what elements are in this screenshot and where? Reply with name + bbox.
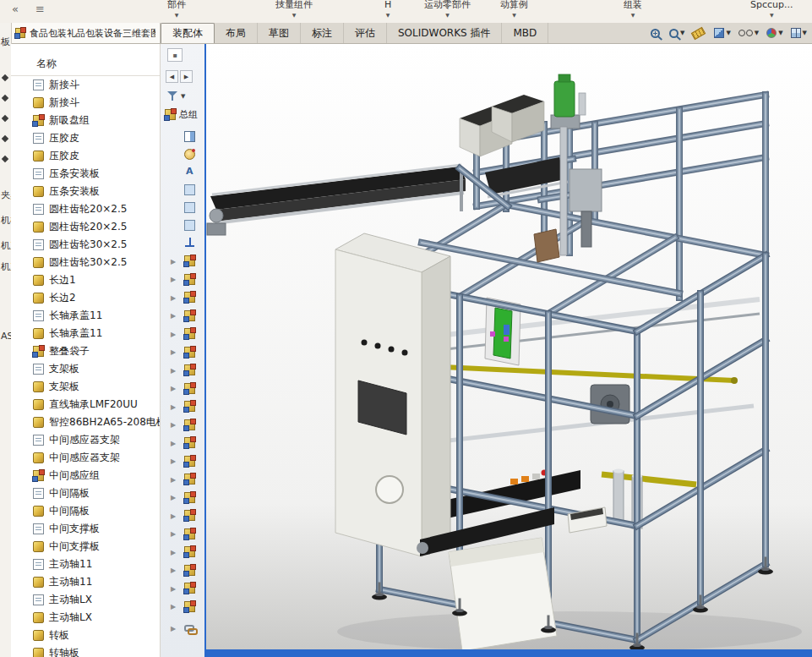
tree-node[interactable] (161, 145, 204, 163)
sensors-icon[interactable] (184, 149, 195, 160)
component-assembly-icon[interactable] (184, 347, 195, 358)
tree-next-button[interactable]: ▶ (180, 70, 193, 83)
tree-component-node[interactable] (161, 470, 204, 489)
tree-component-node[interactable] (161, 325, 204, 343)
component-assembly-icon[interactable] (184, 292, 195, 303)
expand-arrow-icon[interactable] (171, 528, 181, 539)
tree-component-node[interactable] (161, 543, 204, 561)
component-assembly-icon[interactable] (184, 383, 195, 394)
list-item[interactable]: 长边1 (11, 271, 160, 289)
ribbon-button-fragment[interactable]: 部件 (167, 0, 186, 18)
ribbon-tab[interactable]: 评估 (344, 23, 387, 43)
dropdown-caret-icon[interactable] (631, 12, 635, 18)
expand-arrow-icon[interactable] (171, 256, 181, 266)
ribbon-button-fragment[interactable]: 动算例 (500, 0, 528, 18)
tree-prev-button[interactable]: ◀ (166, 70, 178, 83)
tree-node[interactable] (161, 216, 204, 234)
expand-arrow-icon[interactable] (171, 438, 181, 448)
list-item[interactable]: 主动轴11 (11, 556, 160, 573)
list-item[interactable]: 新接斗 (11, 76, 160, 94)
annotations-icon[interactable] (184, 167, 195, 178)
ribbon-button-fragment[interactable]: 组装 (624, 0, 642, 18)
list-item[interactable]: 圆柱齿轮30×2.5 (11, 236, 160, 254)
dropdown-caret-icon[interactable]: ▼ (755, 30, 759, 36)
tree-node[interactable] (161, 128, 204, 145)
list-item[interactable]: 压胶皮 (11, 147, 160, 165)
list-item[interactable]: 支架板 (11, 360, 160, 378)
graphics-area[interactable] (206, 44, 812, 657)
top-plane-icon[interactable] (184, 202, 195, 213)
expand-arrow-icon[interactable] (171, 402, 181, 412)
dropdown-caret-icon[interactable]: ▼ (803, 30, 807, 36)
pin-icon[interactable] (2, 115, 8, 122)
display-states-icon[interactable] (184, 131, 195, 142)
ribbon-tab[interactable]: 草图 (258, 23, 301, 43)
pin-icon[interactable] (2, 95, 8, 101)
machine-3d-model[interactable] (206, 44, 812, 657)
expand-arrow-icon[interactable] (171, 456, 181, 466)
column-header-name[interactable]: 名称 (11, 44, 160, 76)
tree-component-node[interactable] (161, 598, 204, 616)
list-item[interactable]: 圆柱齿轮20×2.5 (11, 218, 160, 236)
ribbon-button-fragment[interactable]: 运动零部件 (424, 0, 471, 18)
dropdown-caret-icon[interactable]: ▼ (726, 30, 730, 36)
component-assembly-icon[interactable] (184, 437, 195, 448)
list-item[interactable]: 转板 (11, 627, 160, 644)
component-assembly-icon[interactable] (184, 310, 195, 321)
list-item[interactable]: 长轴承盖11 (11, 307, 160, 325)
list-item[interactable]: 中间支撑板 (11, 520, 160, 538)
tree-component-node[interactable] (161, 506, 204, 525)
tree-component-node[interactable] (161, 380, 204, 398)
component-assembly-icon[interactable] (184, 546, 195, 557)
expand-arrow-icon[interactable] (171, 365, 181, 375)
list-item[interactable]: 中间感应组 (11, 467, 160, 485)
tree-node[interactable] (161, 181, 204, 199)
tree-component-node[interactable] (161, 361, 204, 380)
expand-arrow-icon[interactable] (171, 547, 181, 557)
dropdown-caret-icon[interactable]: ▼ (680, 30, 684, 36)
tree-component-node[interactable] (161, 434, 204, 452)
list-item[interactable]: 整叠袋子 (11, 342, 160, 360)
component-assembly-icon[interactable] (184, 364, 195, 375)
origin-icon[interactable] (184, 238, 195, 249)
tree-component-node[interactable] (161, 561, 204, 580)
expand-arrow-icon[interactable] (171, 511, 181, 521)
list-item[interactable]: 新吸盘组 (11, 112, 160, 129)
dropdown-caret-icon[interactable] (386, 12, 390, 18)
tree-component-node[interactable] (161, 579, 204, 598)
list-item[interactable]: 长轴承盖11 (11, 325, 160, 342)
expand-arrow-icon[interactable] (171, 565, 181, 575)
filter-button[interactable]: ▼ (167, 90, 204, 101)
pin-icon[interactable] (2, 135, 8, 142)
list-item[interactable]: 压条安装板 (11, 165, 160, 183)
expand-arrow-icon[interactable] (171, 492, 181, 502)
dropdown-caret-icon[interactable] (445, 12, 450, 18)
list-item[interactable]: 中间隔板 (11, 502, 160, 520)
list-item[interactable]: 压条安装板 (11, 183, 160, 200)
expand-arrow-icon[interactable] (171, 474, 181, 485)
tree-node[interactable] (161, 234, 204, 252)
expand-arrow-icon[interactable] (171, 601, 181, 611)
list-item[interactable]: 中间隔板 (11, 485, 160, 502)
component-assembly-icon[interactable] (184, 510, 195, 521)
tree-component-node[interactable] (161, 489, 204, 507)
expand-arrow-icon[interactable] (171, 419, 181, 430)
component-assembly-icon[interactable] (184, 565, 195, 576)
list-item[interactable]: 主动轴LX (11, 609, 160, 627)
ribbon-tab[interactable]: 标注 (301, 23, 344, 43)
expand-arrow-icon[interactable] (171, 274, 181, 284)
list-item[interactable]: 中间感应器支架 (11, 449, 160, 467)
component-assembly-icon[interactable] (184, 456, 195, 467)
document-tab[interactable]: 食品包装礼品包装设备三维套图 (11, 23, 161, 43)
tree-root-node[interactable]: 总组 (165, 108, 204, 121)
list-item[interactable]: 长边2 (11, 289, 160, 307)
list-item[interactable]: 圆柱齿轮20×2.5 (11, 200, 160, 218)
expand-arrow-icon[interactable] (171, 329, 181, 339)
expand-arrow-icon[interactable] (171, 310, 181, 320)
list-item[interactable]: 新接斗 (11, 94, 160, 112)
component-assembly-icon[interactable] (184, 419, 195, 430)
pin-icon[interactable] (2, 74, 8, 81)
tree-component-node[interactable] (161, 452, 204, 471)
list-item[interactable]: 主动轴LX (11, 591, 160, 609)
expand-arrow-icon[interactable] (171, 623, 181, 633)
